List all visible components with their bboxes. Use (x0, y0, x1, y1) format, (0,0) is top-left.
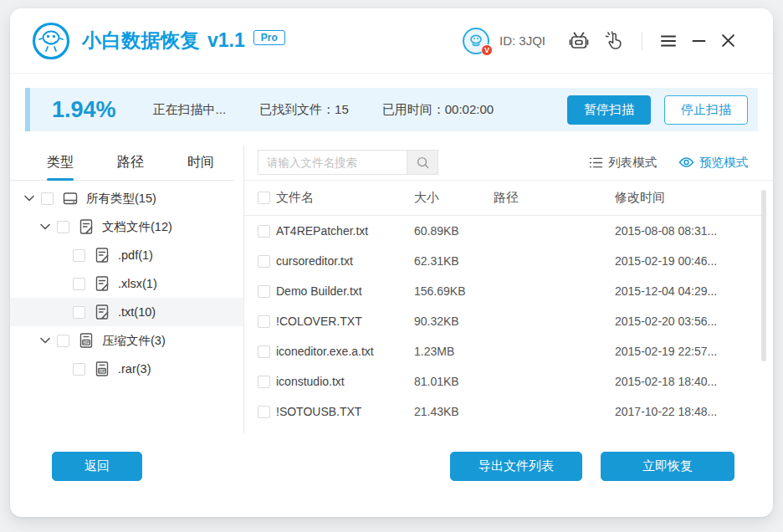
scan-status: 正在扫描中... (153, 102, 227, 118)
menu-icon[interactable] (652, 34, 684, 48)
search-input[interactable] (258, 150, 407, 175)
sidebar-tabs: 类型 路径 时间 (10, 145, 235, 181)
doc-icon (94, 247, 110, 263)
tree-item-label: .xlsx(1) (118, 277, 157, 290)
file-list: AT4REPatcher.txt 60.89KB 2015-08-08 08:3… (244, 216, 773, 433)
pause-scan-button[interactable]: 暂停扫描 (567, 95, 651, 125)
vip-badge: V (481, 44, 493, 56)
table-row[interactable]: iconstudio.txt 81.01KB 2015-02-18 18:40.… (244, 366, 773, 396)
column-modified: 修改时间 (615, 190, 761, 206)
minimize-icon[interactable] (684, 33, 714, 48)
app-window: 小白数据恢复 v1.1 Pro V ID: 3JQI (10, 8, 773, 517)
chevron-down-icon[interactable] (37, 223, 54, 230)
app-version: v1.1 (207, 29, 245, 52)
list-mode-toggle[interactable]: 列表模式 (589, 155, 657, 171)
svg-text:ZIP: ZIP (84, 340, 90, 345)
row-checkbox[interactable] (258, 315, 270, 328)
cell-modified: 2015-02-18 18:40... (615, 375, 773, 388)
tree-item[interactable]: 文档文件(12) (10, 212, 243, 241)
tree-item-checkbox[interactable] (73, 363, 85, 376)
touch-hand-icon[interactable] (597, 31, 632, 50)
tree-item[interactable]: .pdf(1) (10, 241, 243, 269)
scan-progress-strip: 1.94% 正在扫描中... 已找到文件：15 已用时间：00:02:00 暂停… (25, 88, 758, 131)
column-path: 路径 (494, 190, 615, 206)
tree-item[interactable]: ZIP 压缩文件(3) (10, 326, 243, 355)
doc-icon (94, 275, 110, 292)
cell-modified: 2015-02-20 03:56... (615, 315, 773, 328)
scan-elapsed: 已用时间：00:02:00 (382, 102, 494, 118)
tab-path[interactable]: 路径 (117, 145, 144, 180)
cell-filename: cursoreditor.txt (276, 254, 414, 268)
vertical-scrollbar[interactable] (761, 190, 766, 361)
cell-modified: 2015-12-04 04:29... (615, 284, 773, 298)
chevron-down-icon[interactable] (21, 195, 38, 202)
file-type-tree: 所有类型(15) 文档文件(12) .pdf(1) .xlsx(1) (10, 181, 243, 383)
cell-size: 156.69KB (414, 284, 494, 298)
back-button[interactable]: 返回 (52, 452, 142, 481)
tab-time[interactable]: 时间 (187, 145, 214, 180)
titlebar: 小白数据恢复 v1.1 Pro V ID: 3JQI (10, 8, 773, 74)
row-checkbox[interactable] (258, 255, 270, 268)
table-row[interactable]: !SOTOUSB.TXT 21.43KB 2017-10-22 18:48... (244, 396, 773, 427)
select-all-checkbox[interactable] (258, 192, 270, 204)
tree-item-checkbox[interactable] (41, 192, 54, 205)
tab-type[interactable]: 类型 (47, 145, 74, 180)
tree-item-label: .pdf(1) (118, 248, 153, 262)
cell-modified: 2015-08-08 08:31... (615, 224, 773, 238)
preview-mode-toggle[interactable]: 预览模式 (678, 155, 748, 171)
table-row[interactable]: iconeditor.exe.a.txt 1.23MB 2015-02-19 2… (244, 336, 773, 366)
tree-item[interactable]: 所有类型(15) (10, 184, 243, 212)
cell-size: 21.43KB (414, 405, 494, 418)
cell-modified: 2015-02-19 22:57... (615, 345, 773, 358)
scan-found: 已找到文件：15 (259, 102, 349, 118)
row-checkbox[interactable] (258, 225, 270, 238)
recover-now-button[interactable]: 立即恢复 (601, 452, 734, 481)
cell-filename: !COLOVER.TXT (276, 315, 414, 328)
tree-item-label: 压缩文件(3) (102, 333, 166, 349)
robot-assistant-icon[interactable] (560, 31, 597, 51)
stop-scan-button[interactable]: 停止扫描 (664, 95, 748, 125)
scan-elapsed-value: 00:02:00 (445, 102, 494, 116)
tree-item[interactable]: .txt(10) (10, 298, 243, 326)
row-checkbox[interactable] (258, 376, 270, 388)
row-checkbox[interactable] (258, 345, 270, 358)
close-icon[interactable] (714, 33, 743, 48)
cell-modified: 2015-02-19 00:46... (615, 254, 773, 268)
tree-item-checkbox[interactable] (73, 306, 85, 319)
cell-filename: !SOTOUSB.TXT (276, 405, 414, 418)
table-row[interactable]: !COLOVER.TXT 90.32KB 2015-02-20 03:56... (244, 306, 773, 336)
table-row[interactable]: cursoreditor.txt 62.31KB 2015-02-19 00:4… (244, 246, 773, 276)
tree-item-checkbox[interactable] (57, 335, 69, 347)
cell-size: 90.32KB (414, 315, 494, 328)
footer: 返回 导出文件列表 立即恢复 (10, 433, 773, 517)
chevron-down-icon[interactable] (37, 337, 54, 344)
doc-icon (94, 304, 110, 320)
app-logo-icon (32, 22, 70, 60)
cell-size: 1.23MB (414, 345, 494, 358)
tree-item-checkbox[interactable] (57, 221, 69, 233)
tree-item[interactable]: .xlsx(1) (10, 269, 243, 298)
sidebar: 类型 路径 时间 所有类型(15) 文档文件(12) (10, 145, 244, 433)
app-title: 小白数据恢复 (82, 28, 200, 54)
cell-filename: Demo Builder.txt (276, 284, 414, 298)
avatar[interactable]: V (463, 28, 489, 54)
svg-text:ZIP: ZIP (100, 369, 105, 373)
search-button[interactable] (407, 150, 438, 175)
titlebar-divider (642, 32, 642, 50)
scan-accent-bar (25, 88, 30, 131)
row-checkbox[interactable] (258, 406, 270, 418)
tree-item-label: .rar(3) (118, 362, 151, 376)
tree-item-checkbox[interactable] (73, 249, 85, 262)
pro-badge: Pro (253, 30, 285, 45)
table-row[interactable]: Demo Builder.txt 156.69KB 2015-12-04 04:… (244, 276, 773, 306)
row-checkbox[interactable] (258, 285, 270, 298)
main-panel: 列表模式 预览模式 文件名 大小 路径 修改时间 (244, 145, 773, 433)
cell-size: 60.89KB (414, 224, 494, 238)
toolbar: 列表模式 预览模式 (244, 145, 773, 181)
table-row[interactable]: AT4REPatcher.txt 60.89KB 2015-08-08 08:3… (244, 216, 773, 246)
tree-item-checkbox[interactable] (73, 278, 85, 290)
cell-filename: iconeditor.exe.a.txt (276, 345, 414, 358)
file-table-header: 文件名 大小 路径 修改时间 (244, 181, 761, 216)
export-file-list-button[interactable]: 导出文件列表 (450, 452, 582, 481)
tree-item[interactable]: ZIP .rar(3) (10, 355, 243, 383)
